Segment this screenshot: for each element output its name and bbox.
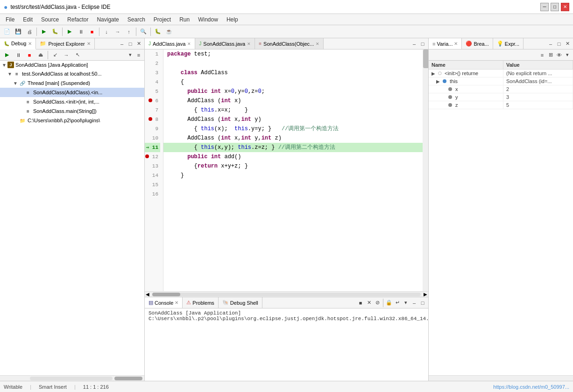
- debug-button[interactable]: 🐛: [50, 27, 60, 37]
- save-button[interactable]: 💾: [13, 27, 23, 37]
- tab-addclass-java[interactable]: J AddClass.java ✕: [145, 38, 195, 49]
- tab-sonaddclass-method[interactable]: ≡ SonAddClass(Objec... ✕: [255, 38, 324, 49]
- menu-refactor[interactable]: Refactor: [64, 15, 92, 24]
- step-into-button[interactable]: ↓: [101, 27, 112, 37]
- debug-scrollbar[interactable]: [0, 375, 144, 381]
- vars-menu-btn[interactable]: ▾: [564, 51, 571, 59]
- maximize-debug-panel[interactable]: □: [127, 40, 134, 48]
- maximize-button[interactable]: □: [551, 3, 559, 11]
- step-return-debug-btn[interactable]: ↖: [72, 50, 83, 60]
- menu-project[interactable]: Project: [150, 15, 175, 24]
- menu-help[interactable]: Help: [223, 15, 242, 24]
- maximize-console-btn[interactable]: □: [419, 299, 426, 307]
- tab-breakpoints[interactable]: 🔴 Brea...: [462, 38, 493, 49]
- tab-project-explorer[interactable]: 📁 Project Explorer ✕: [36, 38, 94, 49]
- menu-file[interactable]: File: [2, 15, 18, 24]
- tree-item-thread[interactable]: ▼ 🔗 Thread [main] (Suspended): [0, 78, 144, 88]
- debug-view-menu[interactable]: ▾: [127, 51, 134, 59]
- clear-console-btn[interactable]: ⊘: [374, 299, 381, 307]
- step-over-debug-btn[interactable]: →: [61, 50, 71, 60]
- var-row-z[interactable]: z 5: [429, 101, 573, 109]
- editor-scrollbar[interactable]: [423, 49, 428, 291]
- suspend-button[interactable]: ⏸: [76, 27, 86, 37]
- tree-item-app[interactable]: ▼ J SonAddClass [Java Application]: [0, 61, 144, 69]
- close-button[interactable]: ✕: [561, 3, 569, 11]
- maximize-vars-btn[interactable]: □: [555, 40, 563, 48]
- editor-bottom-scroll[interactable]: ◀ ▶: [145, 291, 428, 297]
- menu-navigate[interactable]: Navigate: [93, 15, 122, 24]
- step-return-button[interactable]: ↑: [124, 27, 134, 37]
- tree-item-thread-group[interactable]: ▼ ≡ test.SonAddClass at localhost:50...: [0, 69, 144, 78]
- stop-button[interactable]: ■: [87, 27, 97, 37]
- tree-app-label: SonAddClass [Java Application]: [15, 62, 88, 68]
- code-line-11: { this(x,y); this.z=z; } //调用第二个构造方法: [163, 143, 423, 152]
- editor-maximize-btn[interactable]: □: [419, 40, 426, 48]
- minimize-console-btn[interactable]: –: [410, 299, 418, 307]
- code-content[interactable]: package test; class AddClass { public in…: [163, 49, 423, 291]
- tab-console[interactable]: ▤ Console ✕: [145, 297, 183, 308]
- console-menu-btn[interactable]: ▾: [402, 299, 410, 307]
- tab-debug-shell[interactable]: 🐚 Debug Shell: [219, 297, 262, 308]
- minimize-debug-panel[interactable]: –: [118, 40, 126, 48]
- vars-view-btn[interactable]: 👁: [555, 51, 563, 59]
- code-line-3: class AddClass: [163, 68, 423, 77]
- minimize-button[interactable]: ─: [540, 3, 549, 11]
- minimize-vars-btn[interactable]: –: [547, 40, 554, 48]
- perspective-java[interactable]: ☕: [164, 27, 174, 37]
- menu-bar: File Edit Source Refactor Navigate Searc…: [0, 14, 573, 25]
- stop-debug-btn[interactable]: ■: [24, 50, 35, 60]
- tab-variables[interactable]: ≡ Varia... ✕: [429, 38, 462, 49]
- status-url[interactable]: https://blog.csdn.net/m0_50997...: [493, 384, 569, 390]
- close-addclass-tab[interactable]: ✕: [187, 42, 191, 46]
- var-row-this[interactable]: ▶ this SonAddClass (id=...: [429, 77, 573, 85]
- resume-button[interactable]: ▶: [64, 27, 75, 37]
- close-vars-btn[interactable]: ✕: [564, 40, 571, 48]
- tree-item-frame3[interactable]: ≡ SonAddClass.main(String[]): [0, 106, 144, 116]
- word-wrap-btn[interactable]: ↵: [394, 299, 401, 307]
- var-row-init[interactable]: ▶ ⬡ <init>() returne (No explicit return…: [429, 70, 573, 77]
- menu-run[interactable]: Run: [176, 15, 193, 24]
- step-into-debug-btn[interactable]: ↙: [50, 50, 60, 60]
- stop-console-btn[interactable]: ■: [357, 299, 364, 307]
- editor-minimize-btn[interactable]: –: [410, 40, 418, 48]
- close-vars-tab[interactable]: ✕: [454, 41, 458, 46]
- close-console-tab[interactable]: ✕: [175, 300, 178, 305]
- close-debug-panel[interactable]: ✕: [135, 40, 142, 48]
- search-button[interactable]: 🔍: [138, 27, 149, 37]
- var-row-x[interactable]: x 2: [429, 85, 573, 93]
- print-button[interactable]: 🖨: [24, 27, 35, 37]
- tab-debug[interactable]: 🐛 Debug ✕: [0, 38, 36, 49]
- tab-sonaddclass-java[interactable]: J SonAddClass.java ✕: [195, 38, 255, 49]
- tree-plugin-label: C:\Users\xnbbl\.p2\pool\plugins\: [28, 118, 100, 123]
- menu-source[interactable]: Source: [37, 15, 63, 24]
- tree-frame1-label: SonAddClass(AddClass).<in...: [33, 90, 102, 95]
- vars-scrollbar[interactable]: [429, 375, 573, 381]
- collapse-vars-btn[interactable]: ≡: [538, 51, 546, 59]
- step-over-button[interactable]: →: [113, 27, 123, 37]
- new-button[interactable]: 📄: [2, 27, 12, 37]
- tree-item-frame2[interactable]: ≡ SonAddClass.<init>(int, int,...: [0, 97, 144, 106]
- close-method-tab[interactable]: ✕: [316, 42, 319, 46]
- run-button[interactable]: ▶: [39, 27, 49, 37]
- menu-window[interactable]: Window: [194, 15, 222, 24]
- close-debug-tab[interactable]: ✕: [28, 41, 32, 46]
- menu-search[interactable]: Search: [124, 15, 149, 24]
- resume-debug-btn[interactable]: ▶: [2, 50, 12, 60]
- tab-expressions[interactable]: 💡 Expr...: [493, 38, 523, 49]
- menu-edit[interactable]: Edit: [19, 15, 36, 24]
- scroll-lock-btn[interactable]: 🔒: [385, 299, 393, 307]
- suspend-debug-btn[interactable]: ⏸: [13, 50, 23, 60]
- collapse-all-debug[interactable]: ≡: [135, 51, 142, 59]
- close-sonaddclass-tab[interactable]: ✕: [247, 42, 251, 46]
- var-row-y[interactable]: y 3: [429, 93, 573, 101]
- status-position: 11 : 1 : 216: [83, 384, 109, 390]
- tree-item-plugin[interactable]: 📁 C:\Users\xnbbl\.p2\pool\plugins\: [0, 116, 144, 125]
- tree-item-frame1[interactable]: ≡ SonAddClass(AddClass).<in...: [0, 88, 144, 97]
- linenum-11: ⇒ 11: [145, 143, 160, 152]
- close-project-tab[interactable]: ✕: [87, 41, 91, 46]
- perspective-debug[interactable]: 🐛: [153, 27, 163, 37]
- close-console-btn[interactable]: ✕: [365, 299, 373, 307]
- tab-problems[interactable]: ⚠ Problems: [183, 297, 218, 308]
- vars-layout-btn[interactable]: ⊞: [547, 51, 554, 59]
- disconnect-debug-btn[interactable]: ⏏: [35, 50, 46, 60]
